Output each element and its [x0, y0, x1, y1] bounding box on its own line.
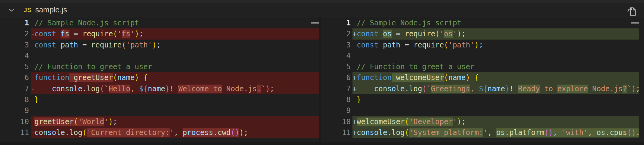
line-number: 9 — [0, 105, 31, 116]
diff-sign — [352, 61, 357, 72]
line-number: 5 — [321, 61, 352, 72]
code-text: console.log('System platform:', os.platf… — [357, 127, 639, 138]
code-text: const path = require('path'); — [34, 40, 161, 50]
diff-line[interactable]: 5// Function to greet a user — [321, 61, 644, 72]
diff-sign: - — [31, 83, 34, 94]
line-content: +const os = require('os'); — [352, 28, 639, 39]
line-number: 11 — [321, 127, 352, 138]
diff-sign: + — [352, 127, 357, 138]
code-text: const path = require('path'); — [357, 40, 483, 50]
code-text: // Sample Node.js script — [357, 18, 461, 28]
code-text: welcomeUser('Developer'); — [357, 116, 466, 127]
code-text: // Function to greet a user — [357, 61, 474, 72]
line-number: 8 — [321, 94, 352, 105]
line-content: // Sample Node.js script — [31, 18, 319, 28]
line-number: 10 — [321, 116, 352, 127]
line-number: 7 — [321, 83, 352, 94]
line-content: + console.log(`Greetings, ${name}! Ready… — [352, 83, 639, 94]
line-content: -const fs = require('fs'); — [31, 28, 319, 39]
diff-pane-original[interactable]: 1// Sample Node.js script2-const fs = re… — [0, 17, 319, 142]
code-text: function welcomeUser(name) { — [357, 72, 479, 83]
diff-sign: + — [352, 28, 357, 39]
line-content: } — [352, 94, 639, 105]
chevron-down-icon[interactable] — [8, 6, 15, 14]
line-number: 4 — [0, 50, 31, 61]
line-number: 1 — [0, 18, 31, 28]
line-content — [352, 105, 639, 116]
diff-line[interactable]: 1// Sample Node.js script — [0, 18, 319, 28]
diff-sign: + — [352, 83, 357, 94]
code-text: // Function to greet a user — [34, 61, 152, 72]
diff-line[interactable]: 9 — [321, 105, 644, 116]
code-text: const fs = require('fs'); — [34, 28, 143, 39]
line-content: +console.log('System platform:', os.plat… — [352, 127, 639, 138]
code-text: console.log(`Hello, ${name}! Welcome to … — [34, 83, 274, 94]
diff-line[interactable]: 7- console.log(`Hello, ${name}! Welcome … — [0, 83, 319, 94]
diff-sign — [31, 50, 34, 61]
line-content: // Function to greet a user — [31, 61, 319, 72]
line-number: 5 — [0, 61, 31, 72]
diff-line[interactable]: 4 — [321, 50, 644, 61]
top-strip — [0, 0, 644, 3]
diff-sign: + — [352, 72, 357, 83]
diff-sign: - — [31, 28, 34, 39]
line-number: 10 — [0, 116, 31, 127]
line-number: 3 — [321, 40, 352, 50]
diff-line[interactable]: 8} — [0, 94, 319, 105]
line-number: 6 — [321, 72, 352, 83]
diff-editor: JS sample.js 1// Sample Node.js script2-… — [0, 0, 644, 145]
line-number: 4 — [321, 50, 352, 61]
diff-line[interactable]: 10-greetUser('World'); — [0, 116, 319, 127]
diff-line[interactable]: 11-console.log('Current directory:', pro… — [0, 127, 319, 138]
go-to-file-icon[interactable] — [626, 5, 638, 17]
diff-sign: + — [352, 116, 357, 127]
diff-sign: - — [31, 116, 34, 127]
line-content — [352, 50, 639, 61]
line-number: 9 — [321, 105, 352, 116]
diff-line[interactable]: 5// Function to greet a user — [0, 61, 319, 72]
diff-line[interactable]: 6+function welcomeUser(name) { — [321, 72, 644, 83]
diff-line[interactable]: 8} — [321, 94, 644, 105]
line-content: +function welcomeUser(name) { — [352, 72, 639, 83]
file-diff-header[interactable]: JS sample.js — [0, 3, 644, 17]
diff-line[interactable]: 2-const fs = require('fs'); — [0, 28, 319, 39]
diff-line[interactable]: 3const path = require('path'); — [321, 40, 644, 50]
horizontal-scrollbar-slider[interactable] — [311, 22, 319, 24]
diff-sign — [31, 105, 34, 116]
diff-line[interactable]: 10+welcomeUser('Developer'); — [321, 116, 644, 127]
code-text: const os = require('os'); — [357, 28, 466, 39]
line-number: 11 — [0, 127, 31, 138]
line-content: -function greetUser(name) { — [31, 72, 319, 83]
diff-line[interactable]: 11+console.log('System platform:', os.pl… — [321, 127, 644, 138]
diff-line[interactable]: 4 — [0, 50, 319, 61]
code-rows-modified: 1// Sample Node.js script2+const os = re… — [321, 17, 644, 138]
line-content — [31, 50, 319, 61]
horizontal-scrollbar-slider[interactable] — [631, 22, 639, 24]
line-number: 3 — [0, 40, 31, 50]
diff-body: 1// Sample Node.js script2-const fs = re… — [0, 17, 644, 142]
diff-line[interactable]: 3const path = require('path'); — [0, 40, 319, 50]
diff-sign — [31, 40, 34, 50]
diff-sign — [352, 50, 357, 61]
javascript-file-icon: JS — [24, 6, 32, 14]
diff-line[interactable]: 9 — [0, 105, 319, 116]
diff-sign — [31, 18, 34, 28]
line-content: const path = require('path'); — [31, 40, 319, 50]
line-number: 8 — [0, 94, 31, 105]
diff-sign: - — [31, 127, 34, 138]
line-content: const path = require('path'); — [352, 40, 639, 50]
file-name: sample.js — [35, 5, 67, 14]
diff-sign — [31, 94, 34, 105]
line-content: - console.log(`Hello, ${name}! Welcome t… — [31, 83, 319, 94]
line-content: // Sample Node.js script — [352, 18, 639, 28]
diff-line[interactable]: 7+ console.log(`Greetings, ${name}! Read… — [321, 83, 644, 94]
code-text: console.log('Current directory:', proces… — [34, 127, 248, 138]
diff-pane-modified[interactable]: 1// Sample Node.js script2+const os = re… — [321, 17, 644, 142]
code-text: } — [34, 94, 39, 105]
diff-sign — [352, 105, 357, 116]
diff-line[interactable]: 1// Sample Node.js script — [321, 18, 644, 28]
diff-line[interactable]: 2+const os = require('os'); — [321, 28, 644, 39]
diff-line[interactable]: 6-function greetUser(name) { — [0, 72, 319, 83]
line-number: 2 — [321, 28, 352, 39]
line-content: // Function to greet a user — [352, 61, 639, 72]
